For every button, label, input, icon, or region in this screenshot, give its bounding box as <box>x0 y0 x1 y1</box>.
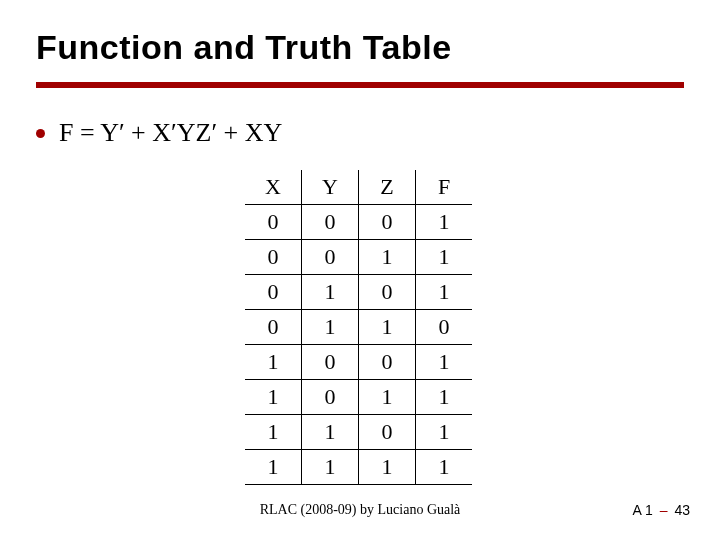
table-row: 0 0 0 1 <box>245 205 472 240</box>
cell: 0 <box>302 345 359 380</box>
col-z: Z <box>359 170 416 205</box>
cell: 0 <box>245 240 302 275</box>
cell: 0 <box>302 380 359 415</box>
cell: 1 <box>416 415 473 450</box>
cell: 1 <box>302 415 359 450</box>
footer-section: A 1 <box>633 502 653 518</box>
footer-credit: RLAC (2008-09) by Luciano Gualà <box>0 502 720 518</box>
bullet-row: F = Y′ + X′YZ′ + XY <box>36 118 282 148</box>
cell: 1 <box>359 310 416 345</box>
cell: 1 <box>416 240 473 275</box>
cell: 1 <box>245 380 302 415</box>
table-row: 0 1 1 0 <box>245 310 472 345</box>
footer-dash: – <box>657 502 671 518</box>
cell: 1 <box>416 205 473 240</box>
cell: 1 <box>359 380 416 415</box>
footer-page: A 1 – 43 <box>633 502 690 518</box>
bullet-text: F = Y′ + X′YZ′ + XY <box>59 118 282 148</box>
footer-page-number: 43 <box>674 502 690 518</box>
cell: 0 <box>359 205 416 240</box>
title-divider <box>36 82 684 88</box>
cell: 1 <box>245 345 302 380</box>
cell: 1 <box>416 275 473 310</box>
cell: 0 <box>302 240 359 275</box>
slide: Function and Truth Table F = Y′ + X′YZ′ … <box>0 0 720 540</box>
cell: 0 <box>302 205 359 240</box>
cell: 1 <box>359 450 416 485</box>
cell: 1 <box>416 380 473 415</box>
cell: 0 <box>359 345 416 380</box>
table-row: 1 0 0 1 <box>245 345 472 380</box>
slide-title: Function and Truth Table <box>36 28 452 67</box>
bullet-icon <box>36 129 45 138</box>
truth-table: X Y Z F 0 0 0 1 0 0 1 1 0 1 0 <box>245 170 472 485</box>
cell: 0 <box>359 275 416 310</box>
table-header-row: X Y Z F <box>245 170 472 205</box>
cell: 1 <box>302 450 359 485</box>
cell: 1 <box>245 450 302 485</box>
cell: 1 <box>416 345 473 380</box>
cell: 1 <box>302 310 359 345</box>
col-y: Y <box>302 170 359 205</box>
table-row: 1 1 1 1 <box>245 450 472 485</box>
cell: 0 <box>359 415 416 450</box>
cell: 0 <box>245 205 302 240</box>
table-row: 1 1 0 1 <box>245 415 472 450</box>
cell: 0 <box>416 310 473 345</box>
col-f: F <box>416 170 473 205</box>
cell: 1 <box>245 415 302 450</box>
cell: 0 <box>245 310 302 345</box>
cell: 1 <box>302 275 359 310</box>
table-row: 1 0 1 1 <box>245 380 472 415</box>
col-x: X <box>245 170 302 205</box>
table-row: 0 0 1 1 <box>245 240 472 275</box>
cell: 1 <box>359 240 416 275</box>
cell: 1 <box>416 450 473 485</box>
cell: 0 <box>245 275 302 310</box>
table-row: 0 1 0 1 <box>245 275 472 310</box>
